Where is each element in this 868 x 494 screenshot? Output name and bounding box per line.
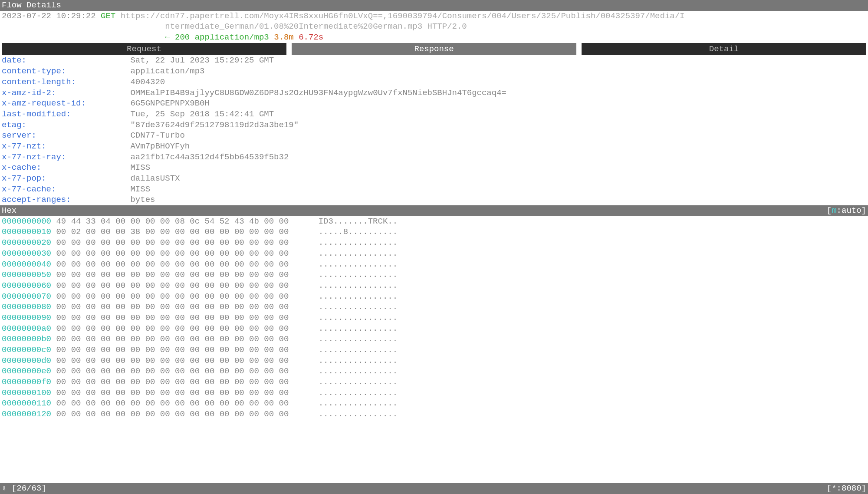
- hex-dump[interactable]: 0000000000 49 44 33 04 00 00 00 00 08 0c…: [0, 216, 868, 420]
- header-key: x-cache:: [2, 162, 130, 173]
- hex-offset: 0000000020: [2, 237, 56, 248]
- scroll-arrow-icon: ⇩: [2, 484, 7, 493]
- hex-row: 0000000050 00 00 00 00 00 00 00 00 00 00…: [2, 270, 866, 280]
- hex-bytes: 49 44 33 04 00 00 00 00 08 0c 54 52 43 4…: [56, 216, 303, 227]
- hex-ascii: ................: [319, 270, 398, 280]
- hex-bytes: 00 00 00 00 00 00 00 00 00 00 00 00 00 0…: [56, 377, 303, 388]
- hex-row: 0000000040 00 00 00 00 00 00 00 00 00 00…: [2, 259, 866, 270]
- hex-bar: Hex [m:auto]: [0, 205, 868, 216]
- hex-bytes: 00 00 00 00 00 00 00 00 00 00 00 00 00 0…: [56, 334, 303, 345]
- hex-row: 00000000c0 00 00 00 00 00 00 00 00 00 00…: [2, 345, 866, 356]
- hex-offset: 0000000000: [2, 216, 56, 227]
- hex-row: 00000000b0 00 00 00 00 00 00 00 00 00 00…: [2, 334, 866, 345]
- hex-label: Hex: [2, 205, 16, 216]
- hex-row: 0000000000 49 44 33 04 00 00 00 00 08 0c…: [2, 216, 866, 227]
- hex-offset: 0000000070: [2, 291, 56, 302]
- hex-ascii: ................: [319, 237, 398, 248]
- hex-ascii: ................: [319, 356, 398, 366]
- header-row: x-cache:MISS: [2, 162, 866, 173]
- hex-bytes: 00 00 00 00 00 00 00 00 00 00 00 00 00 0…: [56, 388, 303, 398]
- header-row: content-type:application/mp3: [2, 66, 866, 77]
- flow-url-line1: https://cdn77.papertrell.com/Moyx4IRs8xx…: [121, 11, 685, 21]
- hex-row: 00000000e0 00 00 00 00 00 00 00 00 00 00…: [2, 366, 866, 377]
- hex-offset: 0000000080: [2, 302, 56, 313]
- hex-bytes: 00 00 00 00 00 00 00 00 00 00 00 00 00 0…: [56, 302, 303, 313]
- hex-ascii: ................: [319, 409, 398, 420]
- header-value: Tue, 25 Sep 2018 15:42:41 GMT: [130, 109, 274, 120]
- flow-arrow: ←: [165, 33, 170, 42]
- header-row: etag:"87de37624d9f2512798119d2d3a3be19": [2, 120, 866, 131]
- flow-status: 200: [175, 33, 190, 42]
- hex-row: 0000000010 00 02 00 00 00 38 00 00 00 00…: [2, 227, 866, 237]
- hex-offset: 0000000110: [2, 398, 56, 409]
- hex-row: 0000000070 00 00 00 00 00 00 00 00 00 00…: [2, 291, 866, 302]
- header-key: x-77-nzt:: [2, 141, 130, 152]
- hex-offset: 0000000090: [2, 313, 56, 323]
- hex-bytes: 00 00 00 00 00 00 00 00 00 00 00 00 00 0…: [56, 291, 303, 302]
- hex-ascii: ID3.......TRCK..: [319, 216, 398, 227]
- header-row: content-length:4004320: [2, 77, 866, 88]
- tab-request[interactable]: Request: [2, 43, 286, 56]
- header-value: CDN77-Turbo: [130, 130, 184, 141]
- hex-offset: 00000000b0: [2, 334, 56, 345]
- header-key: x-77-pop:: [2, 173, 130, 184]
- flow-size: 3.8m: [274, 33, 294, 42]
- hex-row: 0000000030 00 00 00 00 00 00 00 00 00 00…: [2, 248, 866, 259]
- hex-bytes: 00 00 00 00 00 00 00 00 00 00 00 00 00 0…: [56, 280, 303, 291]
- hex-bytes: 00 00 00 00 00 00 00 00 00 00 00 00 00 0…: [56, 323, 303, 334]
- hex-ascii: ................: [319, 334, 398, 345]
- hex-ascii: ................: [319, 398, 398, 409]
- hex-offset: 0000000010: [2, 227, 56, 237]
- header-value: "87de37624d9f2512798119d2d3a3be19": [130, 120, 299, 131]
- hex-ascii: ................: [319, 248, 398, 259]
- header-value: 4004320: [130, 77, 165, 88]
- hex-ascii: ................: [319, 313, 398, 323]
- tab-detail[interactable]: Detail: [582, 43, 866, 56]
- header-row: x-77-cache:MISS: [2, 184, 866, 195]
- header-row: x-77-nzt:AVm7pBHOYFyh: [2, 141, 866, 152]
- hex-offset: 0000000120: [2, 409, 56, 420]
- hex-mode[interactable]: [m:auto]: [827, 205, 866, 216]
- flow-timestamp: 2023-07-22 10:29:22: [2, 11, 96, 21]
- hex-ascii: ................: [319, 377, 398, 388]
- header-value: Sat, 22 Jul 2023 15:29:25 GMT: [130, 55, 274, 66]
- header-key: date:: [2, 55, 130, 66]
- hex-ascii: ................: [319, 302, 398, 313]
- hex-ascii: ................: [319, 259, 398, 270]
- status-position: [26/63]: [12, 484, 46, 493]
- header-row: last-modified:Tue, 25 Sep 2018 15:42:41 …: [2, 109, 866, 120]
- response-headers: date:Sat, 22 Jul 2023 15:29:25 GMTconten…: [0, 55, 868, 205]
- hex-bytes: 00 00 00 00 00 00 00 00 00 00 00 00 00 0…: [56, 313, 303, 323]
- tab-bar: Request Response Detail: [0, 43, 868, 56]
- hex-offset: 00000000e0: [2, 366, 56, 377]
- hex-row: 0000000080 00 00 00 00 00 00 00 00 00 00…: [2, 302, 866, 313]
- header-row: date:Sat, 22 Jul 2023 15:29:25 GMT: [2, 55, 866, 66]
- header-key: x-amz-request-id:: [2, 98, 130, 109]
- hex-bytes: 00 00 00 00 00 00 00 00 00 00 00 00 00 0…: [56, 248, 303, 259]
- tab-response[interactable]: Response: [292, 43, 576, 56]
- hex-offset: 0000000040: [2, 259, 56, 270]
- hex-ascii: ................: [319, 280, 398, 291]
- flow-content-type: application/mp3: [195, 33, 269, 42]
- hex-ascii: ................: [319, 388, 398, 398]
- hex-row: 0000000020 00 00 00 00 00 00 00 00 00 00…: [2, 237, 866, 248]
- header-key: etag:: [2, 120, 130, 131]
- header-key: x-amz-id-2:: [2, 88, 130, 99]
- hex-offset: 0000000030: [2, 248, 56, 259]
- hex-row: 0000000110 00 00 00 00 00 00 00 00 00 00…: [2, 398, 866, 409]
- hex-bytes: 00 00 00 00 00 00 00 00 00 00 00 00 00 0…: [56, 237, 303, 248]
- hex-row: 0000000100 00 00 00 00 00 00 00 00 00 00…: [2, 388, 866, 398]
- header-row: x-77-pop:dallasUSTX: [2, 173, 866, 184]
- header-key: content-type:: [2, 66, 130, 77]
- title-bar: Flow Details: [0, 0, 868, 11]
- hex-offset: 0000000060: [2, 280, 56, 291]
- header-value: OMMEalPIB4B9ajlyyC8U8GDW0Z6DP8Js2OzHU93F…: [130, 88, 506, 99]
- tab-request-label: Request: [127, 44, 161, 54]
- header-value: AVm7pBHOYFyh: [130, 141, 190, 152]
- hex-row: 00000000f0 00 00 00 00 00 00 00 00 00 00…: [2, 377, 866, 388]
- header-value: aa21fb17c44a3512d4f5bb64539f5b32: [130, 152, 289, 163]
- hex-bytes: 00 00 00 00 00 00 00 00 00 00 00 00 00 0…: [56, 366, 303, 377]
- header-value: MISS: [130, 162, 150, 173]
- hex-bytes: 00 00 00 00 00 00 00 00 00 00 00 00 00 0…: [56, 356, 303, 366]
- hex-row: 00000000d0 00 00 00 00 00 00 00 00 00 00…: [2, 356, 866, 366]
